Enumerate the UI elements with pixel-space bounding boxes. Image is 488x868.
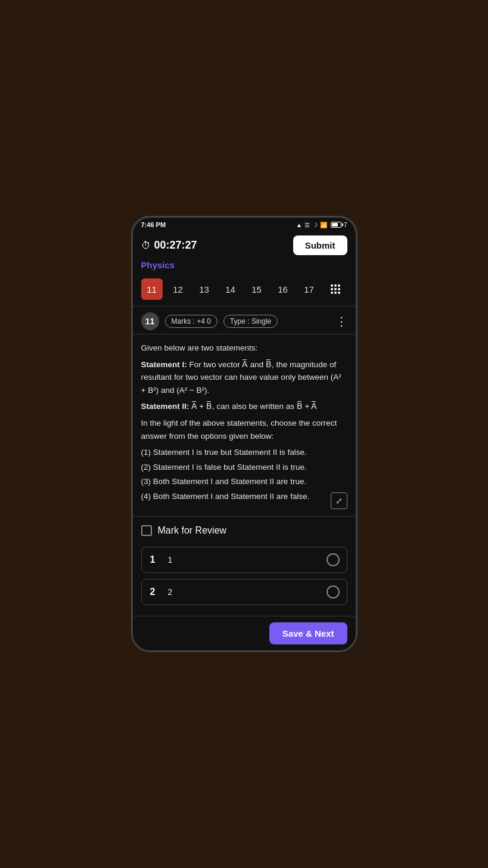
answer-option-row-2[interactable]: 2 2 (141, 579, 347, 605)
mark-review-label: Mark for Review (158, 525, 227, 536)
marks-badge: Marks : +4 0 (165, 315, 217, 328)
question-instruction: In the light of the above statements, ch… (141, 417, 347, 442)
mark-review-row: Mark for Review (133, 516, 356, 542)
option-1: (1) Statement I is true but Statement II… (141, 446, 347, 459)
answer-opt-text-2: 2 (168, 587, 173, 597)
opt2-text: Statement I is false but Statement II is… (153, 463, 307, 472)
wifi-icon: ☰ (304, 222, 310, 228)
question-number-badge: 11 (141, 312, 159, 330)
q-nav-14[interactable]: 14 (220, 278, 241, 300)
option-4: (4) Both Statement I and Statement II ar… (141, 490, 347, 503)
battery-icon (331, 222, 341, 228)
question-intro: Given below are two statements: (141, 342, 347, 355)
q-nav-11[interactable]: 11 (141, 278, 163, 300)
subject-label: Physics (133, 259, 356, 275)
header: ⏱ 00:27:27 Submit (133, 231, 356, 259)
q-nav-12[interactable]: 12 (167, 278, 189, 300)
q-nav-13[interactable]: 13 (194, 278, 215, 300)
timer-icon: ⏱ (141, 240, 151, 251)
volume-icon: 📶 (320, 222, 327, 228)
statement2-label: Statement II: (141, 402, 189, 411)
question-grid-icon[interactable] (325, 278, 346, 300)
battery-level: 7 (344, 222, 347, 228)
answer-radio-1[interactable] (327, 553, 340, 566)
q-nav-17[interactable]: 17 (299, 278, 320, 300)
moon-icon: ☽ (312, 222, 318, 228)
type-badge: Type : Single (223, 315, 278, 328)
status-right: ▲ ☰ ☽ 📶 7 (296, 222, 347, 228)
statement1-label: Statement I: (141, 360, 187, 369)
statement2: Statement II: A̅ + B̅, can also be writt… (141, 400, 347, 413)
answer-options: 1 1 2 2 (133, 542, 356, 616)
q-nav-15[interactable]: 15 (246, 278, 268, 300)
signal-icon: ▲ (296, 222, 302, 228)
opt4-num: (4) (141, 492, 153, 501)
answer-radio-2[interactable] (327, 585, 340, 599)
timer-section: ⏱ 00:27:27 (141, 239, 197, 252)
question-nav: 11 12 13 14 15 16 17 (133, 275, 356, 306)
statement2-text: A̅ + B̅, can also be written as B̅ + A̅ (191, 402, 318, 411)
status-time: 7:46 PM (141, 221, 166, 228)
opt3-text: Both Statement I and Statement II are tr… (153, 477, 306, 486)
q-nav-16[interactable]: 16 (272, 278, 294, 300)
phone-frame: 7:46 PM ▲ ☰ ☽ 📶 7 ⏱ 00:27:27 Submit Phys… (131, 216, 358, 652)
answer-opt-num-1: 1 (150, 554, 162, 565)
opt2-num: (2) (141, 463, 153, 472)
opt4-text: Both Statement I and Statement II are fa… (153, 492, 310, 501)
opt3-num: (3) (141, 477, 153, 486)
option-2: (2) Statement I is false but Statement I… (141, 461, 347, 474)
timer-display: 00:27:27 (154, 239, 197, 252)
more-options-icon[interactable]: ⋮ (335, 314, 347, 328)
options-list: (1) Statement I is true but Statement II… (141, 446, 347, 503)
statement1: Statement I: For two vector A̅ and B̅, t… (141, 358, 347, 397)
answer-option-row-1[interactable]: 1 1 (141, 547, 347, 573)
mark-review-checkbox[interactable] (141, 525, 152, 536)
status-bar: 7:46 PM ▲ ☰ ☽ 📶 7 (133, 218, 356, 231)
answer-opt-text-1: 1 (168, 555, 173, 565)
answer-opt-num-2: 2 (150, 587, 162, 597)
opt1-num: (1) (141, 448, 153, 457)
expand-button[interactable]: ⤢ (331, 492, 347, 509)
question-meta-header: 11 Marks : +4 0 Type : Single ⋮ (133, 306, 356, 334)
save-next-button[interactable]: Save & Next (269, 622, 347, 644)
bottom-bar: Save & Next (133, 616, 356, 650)
submit-button[interactable]: Submit (293, 235, 347, 255)
question-body: Given below are two statements: Statemen… (133, 334, 356, 516)
option-3: (3) Both Statement I and Statement II ar… (141, 475, 347, 488)
opt1-text: Statement I is true but Statement II is … (153, 448, 307, 457)
